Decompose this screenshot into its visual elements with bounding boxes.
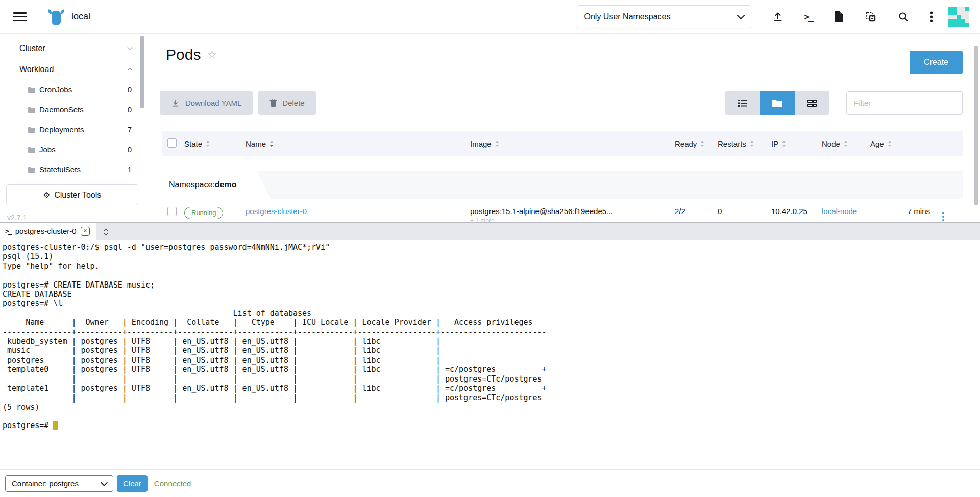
folder-icon	[28, 127, 35, 133]
sidebar-item-cronjobs[interactable]: CronJobs 0	[0, 80, 144, 100]
status-badge: Running	[184, 207, 223, 219]
namespace-group-row: Namespace: demo	[162, 171, 963, 199]
download-kubeconfig-file-icon[interactable]	[833, 10, 844, 23]
column-header-node[interactable]: Node	[822, 139, 870, 148]
column-header-name[interactable]: Name	[246, 139, 470, 148]
cluster-sidebar: Cluster Workload CronJobs 0 DaemonSets 0…	[0, 34, 144, 222]
namespace-filter-select[interactable]: Only User Namespaces	[577, 5, 751, 28]
folder-icon	[28, 87, 35, 93]
sidebar-item-label: StatefulSets	[39, 165, 128, 174]
view-mode-toggle	[725, 91, 829, 115]
pod-node-link[interactable]: local-node	[822, 207, 857, 216]
sidebar-item-deployments[interactable]: Deployments 7	[0, 120, 144, 139]
chevron-up-icon	[128, 68, 133, 73]
download-yaml-button[interactable]: Download YAML	[160, 91, 253, 115]
sidebar-item-label: CronJobs	[39, 85, 128, 94]
rancher-logo-icon[interactable]	[47, 9, 65, 25]
sidebar-item-jobs[interactable]: Jobs 0	[0, 139, 144, 159]
kubectl-shell-icon[interactable]: >_	[804, 10, 813, 23]
copy-kubeconfig-icon[interactable]	[865, 10, 877, 23]
main-menu-icon[interactable]	[13, 12, 27, 21]
list-view-icon	[738, 99, 748, 108]
row-kebab-menu-icon[interactable]	[939, 209, 947, 222]
folder-icon	[28, 107, 35, 113]
sidebar-group-label: Workload	[19, 65, 128, 74]
sort-icon	[844, 141, 848, 147]
close-icon[interactable]: ×	[81, 227, 90, 236]
column-header-state[interactable]: State	[184, 139, 246, 148]
table-view-controls	[725, 91, 963, 115]
sidebar-item-label: Jobs	[39, 145, 128, 154]
column-header-restarts[interactable]: Restarts	[718, 139, 771, 148]
cluster-tools-label: Cluster Tools	[54, 191, 101, 200]
pod-row: Running postgres-cluster-0 postgres:15.1…	[162, 199, 963, 222]
sidebar-group-workload[interactable]: Workload	[0, 59, 144, 80]
column-header-age[interactable]: Age	[870, 139, 939, 148]
sort-icon	[750, 141, 754, 147]
sidebar-item-count: 0	[128, 85, 132, 94]
sidebar-group-label: Cluster	[19, 44, 128, 53]
create-button[interactable]: Create	[910, 51, 963, 74]
pod-ip: 10.42.0.25	[771, 199, 822, 216]
table-header-row: State Name Image Ready Restarts IP Node …	[162, 131, 963, 156]
rows-view-icon	[807, 99, 817, 108]
grouped-view-button[interactable]	[760, 91, 795, 115]
terminal-cursor	[53, 421, 58, 430]
row-checkbox[interactable]	[167, 207, 177, 216]
page-title-row: Pods ☆	[166, 46, 217, 63]
terminal-text: postgres-cluster-0:/$ psql -d "user=post…	[3, 243, 980, 412]
sort-icon	[888, 141, 892, 147]
kubectl-shell-drawer: >_ postgres-cluster-0 × postgres-cluster…	[0, 222, 980, 497]
sidebar-item-statefulsets[interactable]: StatefulSets 1	[0, 159, 144, 179]
kebab-menu-icon[interactable]	[930, 10, 933, 23]
table-spacer-row	[162, 156, 963, 171]
chevron-down-icon	[128, 45, 133, 50]
sidebar-item-label: DaemonSets	[39, 105, 128, 114]
import-yaml-upload-icon[interactable]	[772, 10, 784, 23]
user-avatar[interactable]	[948, 7, 969, 27]
select-all-checkbox[interactable]	[167, 138, 177, 148]
folder-view-icon	[772, 99, 782, 107]
sidebar-group-cluster[interactable]: Cluster	[0, 38, 144, 59]
sidebar-item-count: 0	[128, 105, 132, 114]
rancher-version: v2.7.1	[7, 214, 144, 222]
header-icon-group: >_	[772, 10, 933, 23]
clear-button[interactable]: Clear	[117, 475, 148, 492]
sidebar-item-count: 1	[128, 165, 132, 174]
shell-tab-postgres-cluster-0[interactable]: >_ postgres-cluster-0 ×	[0, 223, 96, 240]
shell-icon: >_	[5, 227, 11, 235]
filter-input[interactable]	[846, 91, 963, 115]
shell-tab-label: postgres-cluster-0	[15, 227, 77, 235]
chevron-down-icon	[101, 479, 108, 486]
flat-view-button[interactable]	[795, 91, 829, 115]
sidebar-scrollbar[interactable]	[140, 36, 144, 108]
page-scrollbar[interactable]	[974, 46, 978, 205]
pod-age: 7 mins	[870, 199, 939, 216]
pod-image: postgres:15.1-alpine@sha256:f19eede5...	[470, 207, 675, 216]
drawer-resize-handle[interactable]	[103, 226, 109, 236]
sort-icon	[700, 141, 704, 147]
search-icon[interactable]	[897, 10, 910, 23]
cluster-tools-button[interactable]: ⚙ Cluster Tools	[6, 184, 138, 205]
cluster-name: local	[71, 11, 90, 22]
favorite-star-icon[interactable]: ☆	[207, 49, 217, 60]
page-title: Pods	[166, 46, 201, 63]
column-header-ready[interactable]: Ready	[675, 139, 718, 148]
list-view-button[interactable]	[725, 91, 760, 115]
container-select[interactable]: Container: postgres	[5, 475, 113, 492]
content-area: Cluster Workload CronJobs 0 DaemonSets 0…	[0, 34, 980, 222]
terminal-output[interactable]: postgres-cluster-0:/$ psql -d "user=post…	[0, 240, 980, 469]
sort-icon	[495, 141, 499, 147]
container-select-value: Container: postgres	[12, 479, 102, 488]
delete-button[interactable]: Delete	[258, 91, 315, 115]
download-icon	[171, 99, 180, 108]
pod-name-link[interactable]: postgres-cluster-0	[246, 207, 307, 216]
column-header-ip[interactable]: IP	[771, 139, 822, 148]
gear-icon: ⚙	[43, 191, 50, 199]
connection-status: Connected	[154, 479, 191, 488]
column-header-image[interactable]: Image	[470, 139, 675, 148]
shell-tab-bar: >_ postgres-cluster-0 ×	[0, 223, 980, 240]
sidebar-item-daemonsets[interactable]: DaemonSets 0	[0, 100, 144, 120]
pod-restarts: 0	[718, 199, 771, 216]
terminal-prompt: postgres=#	[3, 421, 53, 430]
